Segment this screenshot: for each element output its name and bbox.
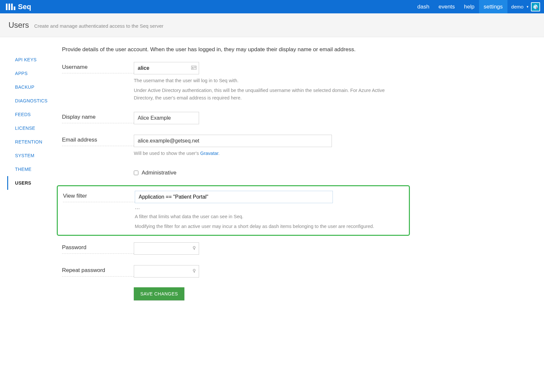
label-username: Username [62, 62, 134, 73]
intro-text: Provide details of the user account. Whe… [62, 46, 405, 53]
nav-settings[interactable]: settings [479, 0, 507, 13]
label-display-name: Display name [62, 112, 134, 123]
svg-rect-4 [194, 67, 196, 67]
sidebar-item-theme[interactable]: THEME [7, 162, 62, 176]
help-username-2: Under Active Directory authentication, t… [134, 87, 405, 101]
label-repeat-password: Repeat password [62, 265, 134, 277]
label-password: Password [62, 242, 134, 254]
label-administrative: Administrative [142, 170, 177, 176]
page-header: Users Create and manage authenticated ac… [0, 13, 544, 37]
sidebar: API KEYS APPS BACKUP DIAGNOSTICS FEEDS L… [0, 46, 62, 317]
save-changes-button[interactable]: SAVE CHANGES [134, 287, 184, 300]
caret-down-icon: ▼ [526, 5, 529, 8]
row-email: Email address Will be used to show the u… [62, 135, 405, 157]
sidebar-item-diagnostics[interactable]: DIAGNOSTICS [7, 94, 62, 108]
label-email: Email address [62, 135, 134, 146]
gravatar-link[interactable]: Gravatar [200, 151, 218, 156]
sidebar-item-system[interactable]: SYSTEM [7, 149, 62, 162]
svg-rect-5 [194, 68, 196, 68]
help-view-filter-1: A filter that limits what data the user … [135, 213, 406, 220]
help-email: Will be used to show the user's Gravatar… [134, 150, 405, 157]
page-subtitle: Create and manage authenticated access t… [34, 23, 163, 29]
globe-icon [533, 4, 538, 10]
nav-help[interactable]: help [459, 0, 479, 13]
logo-icon [6, 4, 15, 10]
top-nav: dash events help settings demo ▼ [413, 0, 544, 13]
label-view-filter: View filter [63, 191, 135, 202]
id-card-icon [191, 66, 196, 71]
view-filter-ellipsis: … [135, 204, 406, 210]
sidebar-item-retention[interactable]: RETENTION [7, 135, 62, 149]
help-email-prefix: Will be used to show the user's [134, 151, 200, 156]
sidebar-item-api-keys[interactable]: API KEYS [7, 53, 62, 67]
nav-user-menu[interactable]: demo ▼ [507, 0, 544, 13]
sidebar-item-backup[interactable]: BACKUP [7, 80, 62, 94]
sidebar-item-apps[interactable]: APPS [7, 67, 62, 80]
nav-events[interactable]: events [434, 0, 459, 13]
repeat-password-input[interactable] [134, 265, 199, 278]
sidebar-item-feeds[interactable]: FEEDS [7, 108, 62, 121]
key-icon [192, 268, 196, 274]
username-input[interactable] [134, 62, 199, 74]
row-repeat-password: Repeat password [62, 265, 405, 278]
email-input[interactable] [134, 135, 332, 147]
help-username-1: The username that the user will log in t… [134, 77, 405, 84]
help-view-filter-2: Modifying the filter for an active user … [135, 223, 406, 230]
svg-rect-12 [194, 272, 195, 272]
nav-dash[interactable]: dash [413, 0, 434, 13]
svg-rect-6 [192, 68, 194, 69]
brand-text: Seq [18, 3, 31, 11]
view-filter-input[interactable] [135, 191, 333, 203]
administrative-checkbox[interactable] [134, 171, 138, 175]
nav-user-label: demo [511, 4, 524, 9]
svg-point-7 [193, 246, 195, 248]
row-administrative: Administrative [62, 168, 405, 182]
row-save: SAVE CHANGES [62, 281, 405, 300]
page-title: Users [8, 21, 29, 30]
avatar [531, 2, 540, 11]
svg-point-1 [536, 8, 537, 8]
display-name-input[interactable] [134, 112, 199, 124]
content: Provide details of the user account. Whe… [62, 46, 414, 317]
svg-point-3 [192, 67, 194, 68]
main: API KEYS APPS BACKUP DIAGNOSTICS FEEDS L… [0, 37, 544, 317]
help-email-suffix: . [218, 151, 220, 156]
key-icon [192, 246, 196, 251]
row-username: Username The username that the user will… [62, 62, 405, 101]
row-password: Password [62, 242, 405, 255]
sidebar-item-license[interactable]: LICENSE [7, 121, 62, 135]
row-display-name: Display name [62, 112, 405, 124]
topbar: Seq dash events help settings demo ▼ [0, 0, 544, 13]
svg-rect-9 [194, 249, 195, 249]
sidebar-item-users[interactable]: USERS [7, 176, 62, 190]
view-filter-highlight: View filter … A filter that limits what … [57, 185, 410, 236]
logo[interactable]: Seq [6, 3, 31, 11]
password-input[interactable] [134, 242, 199, 255]
svg-point-10 [193, 269, 195, 271]
